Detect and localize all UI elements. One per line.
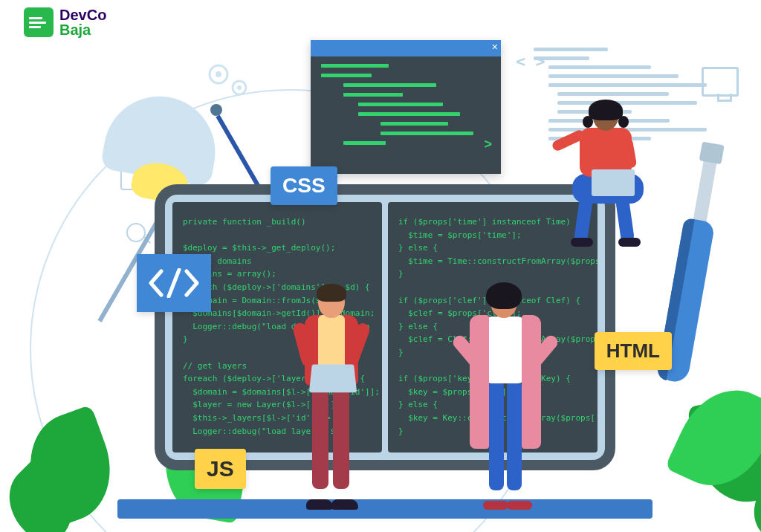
person-seated (550, 103, 669, 251)
person-female-standing (453, 287, 557, 510)
code-window: × > (311, 40, 501, 174)
monitor-icon (702, 67, 739, 97)
brand-logo: DevCo Baja (24, 7, 106, 37)
close-icon: × (492, 42, 498, 52)
logo-text-2: Baja (59, 22, 106, 37)
caret-icon: > (484, 137, 492, 152)
css-tag: CSS (271, 166, 337, 205)
person-male-standing (282, 287, 379, 510)
html-tag: HTML (595, 332, 672, 370)
js-tag: JS (195, 449, 246, 489)
logo-text-1: DevCo (59, 7, 106, 22)
window-titlebar: × (311, 40, 501, 56)
code-badge (137, 254, 211, 312)
laptop-base-bar (117, 499, 652, 519)
logo-icon (24, 7, 54, 37)
plant-left (15, 372, 156, 510)
